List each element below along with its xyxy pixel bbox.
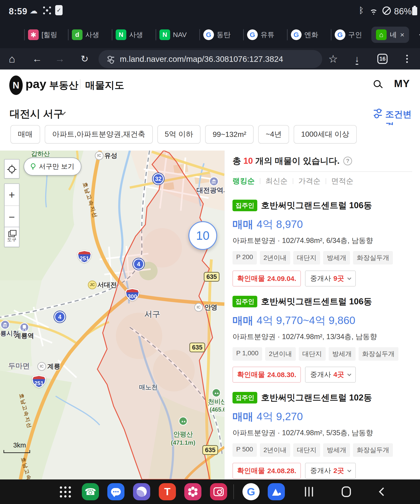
listing-item[interactable]: 집주인 호반써밋그랜드센트럴 106동 매매4억 8,970 아파트분양권 · … <box>232 190 412 287</box>
tab-naver-1[interactable]: N 사생 <box>116 30 152 40</box>
navigation-dock: ☎ T G <box>0 480 420 504</box>
google-app-icon[interactable]: G <box>243 483 260 500</box>
listing-spec: 아파트분양권 · 102/74.98m², 13/34층, 남동향 <box>232 332 412 342</box>
menu-kebab-icon[interactable] <box>406 55 408 63</box>
back-button[interactable] <box>379 487 388 496</box>
tab-google-3[interactable]: G 엔화 <box>291 30 328 40</box>
reload-icon[interactable]: ↻ <box>81 54 89 64</box>
app-drawer-icon[interactable] <box>60 486 71 498</box>
chip-price[interactable]: 5억 이하 <box>157 125 201 144</box>
tab-switcher-button[interactable]: 16 <box>377 54 388 64</box>
google-favicon: G <box>247 30 258 40</box>
place-label-seodaejeon: 서대전 <box>97 281 117 289</box>
zoom-in-button[interactable]: + <box>5 184 19 206</box>
chip-age[interactable]: ~4년 <box>258 125 289 144</box>
listing-cluster-marker[interactable]: 10 <box>189 221 217 250</box>
brand-service[interactable]: 부동산 <box>49 79 78 92</box>
tab-google-2[interactable]: G 유튜 <box>247 30 284 40</box>
listing-title[interactable]: 호반써밋그랜드센트럴 102동 <box>261 392 372 403</box>
zoom-out-button[interactable]: − <box>5 206 19 228</box>
recents-button[interactable] <box>305 487 313 497</box>
bookmark-star-icon[interactable]: ☆ <box>328 53 338 65</box>
download-icon[interactable]: ↓ <box>355 54 359 64</box>
listing-title[interactable]: 호반써밋그랜드센트럴 106동 <box>261 296 372 307</box>
place-label-dumamyeon: 두마면 <box>8 361 30 371</box>
owner-badge: 집주인 <box>232 296 257 307</box>
close-tab-icon[interactable]: × <box>400 30 404 39</box>
place-label-daejeon-city: 대전광역시 <box>197 186 225 195</box>
summary-suffix: 개의 매물이 있습니다. <box>255 155 340 167</box>
region-selector[interactable]: 대전시 서구 <box>10 107 63 121</box>
phone-app-icon[interactable]: ☎ <box>82 483 99 500</box>
map-canvas[interactable]: 호남고속지선 호남고속지선 호남고속지선 갑하산 (468.7m) IC 유성 … <box>0 150 224 480</box>
home-button[interactable] <box>342 486 351 497</box>
header-divider <box>80 79 80 89</box>
summary-prefix: 총 <box>232 155 241 167</box>
google-favicon: G <box>335 30 345 40</box>
sort-price[interactable]: 가격순 <box>298 176 321 186</box>
url-bar[interactable]: m.land.naver.com/map/36.3081076:127.3824 <box>98 50 322 68</box>
search-icon[interactable] <box>374 80 381 87</box>
google-favicon: G <box>291 30 302 40</box>
brand-pay[interactable]: pay <box>25 77 46 91</box>
listing-spec: 아파트분양권 · 102/74.98m², 6/34층, 남동향 <box>232 236 412 246</box>
tab-google-4[interactable]: G 구인 <box>335 30 371 40</box>
new-tab-button[interactable]: + <box>419 28 420 42</box>
crosshair-icon <box>7 165 17 174</box>
listing-item[interactable]: 집주인 호반써밋그랜드센트럴 102동 매매4억 9,270 아파트분양권 · … <box>232 383 412 479</box>
sort-area[interactable]: 면적순 <box>331 176 353 186</box>
chip-property-type[interactable]: 아파트,아파트분양권,재건축 <box>45 125 153 144</box>
agents-dropdown[interactable]: 중개사 2곳 <box>305 463 356 479</box>
tab-divider <box>243 29 244 40</box>
messages-app-icon[interactable] <box>107 483 124 500</box>
listing-spec: 아파트분양권 · 102/74.98m², 5/35층, 남동향 <box>232 428 412 438</box>
google-favicon: G <box>203 30 214 40</box>
url-text[interactable]: m.land.naver.com/map/36.3081076:127.3824 <box>120 50 322 68</box>
tab-divider <box>331 29 331 40</box>
my-menu-button[interactable]: MY <box>394 78 410 90</box>
browser-toolbar: ⌂ ← → ↻ m.land.naver.com/map/36.3081076:… <box>0 48 420 70</box>
ipadmarket-favicon: ✱ <box>28 30 39 40</box>
agents-dropdown[interactable]: 중개사 4곳 <box>305 367 356 383</box>
chip-households[interactable]: 1000세대 이상 <box>294 125 357 144</box>
mountain-icon: ▲▲ <box>179 417 188 426</box>
sort-newest[interactable]: 최신순 <box>265 176 288 186</box>
back-icon[interactable]: ← <box>32 53 42 64</box>
tab-daum[interactable]: d 사생 <box>72 30 109 40</box>
route-badge-635: 635 <box>189 342 205 352</box>
gallery-app-icon[interactable] <box>184 483 201 500</box>
view-district-only-button[interactable]: 서구만 보기 <box>24 157 81 176</box>
tab-divider <box>199 29 200 40</box>
mountain-icon: ▲▲ <box>212 388 221 397</box>
site-settings-icon[interactable] <box>107 55 114 63</box>
tab-active-naver-land[interactable]: ⌂ 네 × <box>371 27 409 43</box>
battery-percent: 86% <box>394 6 412 17</box>
naver-land-app-icon[interactable] <box>268 483 285 500</box>
tab-google-1[interactable]: G 동탄 <box>203 30 240 40</box>
chip-area[interactable]: 99~132m² <box>205 125 254 144</box>
listing-price: 매매4억 8,970 <box>232 217 412 232</box>
camera-app-icon[interactable] <box>210 483 227 500</box>
agents-dropdown[interactable]: 중개사 9곳 <box>305 270 356 287</box>
tab-healing[interactable]: ✱ [힐링 <box>28 30 65 40</box>
samsung-internet-app-icon[interactable] <box>133 483 150 500</box>
forward-icon[interactable]: → <box>55 53 65 64</box>
listing-item[interactable]: 집주인 호반써밋그랜드센트럴 106동 매매4억 9,770~4억 9,860 … <box>232 287 412 383</box>
tistory-app-icon[interactable]: T <box>159 483 176 500</box>
map-tools-button[interactable]: 도구 <box>4 227 19 247</box>
route-badge-635: 635 <box>202 445 218 455</box>
help-icon[interactable]: ? <box>343 156 352 165</box>
my-location-button[interactable] <box>4 159 19 179</box>
listing-title[interactable]: 호반써밋그랜드센트럴 106동 <box>261 200 372 211</box>
chip-trade-type[interactable]: 매매 <box>10 125 40 144</box>
mountain-label-cheonbisan: 천비산 <box>208 397 225 406</box>
region-bar: 대전시 서구 조건변경 <box>0 102 420 125</box>
mountain-label-anpyeongsan: 안평산 <box>173 430 193 439</box>
listing-tags: P 500 2년이내 대단지 방세개 화장실두개 <box>232 443 412 457</box>
home-icon[interactable]: ⌂ <box>9 53 15 65</box>
tab-naver-2[interactable]: N NAV <box>159 30 196 40</box>
naver-logo[interactable]: N <box>9 76 23 95</box>
filter-sliders-icon[interactable] <box>374 108 382 118</box>
sort-ranking[interactable]: 랭킹순 <box>232 176 255 186</box>
clock: 8:59 <box>9 6 27 17</box>
